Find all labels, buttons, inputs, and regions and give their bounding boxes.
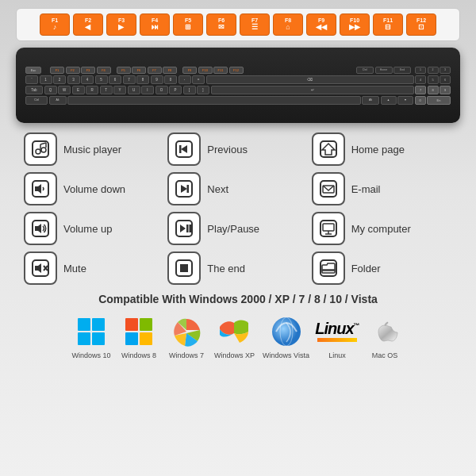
svg-marker-7 [181, 145, 187, 153]
os-winxp: Windows XP [214, 313, 255, 359]
fn-keys-row: F1♪ F2◀ F3▶ F4⏭ F5⊞ F6✉ F7☰ F8⌂ F9◀◀ F10… [16, 8, 460, 41]
compat-text: Compatible With Windows 2000 / XP / 7 / … [8, 293, 468, 305]
mycomputer-icon [312, 212, 345, 245]
feature-volume-up: Volume up [24, 212, 164, 245]
fn-key-f2[interactable]: F2◀ [73, 13, 103, 36]
music-player-icon [24, 132, 57, 166]
volume-up-icon [24, 212, 57, 245]
svg-rect-22 [186, 225, 189, 232]
os-win7: Windows 7 [167, 313, 206, 359]
win10-label: Windows 10 [72, 351, 111, 359]
keyboard-image: Esc F1 F2 F3 F4 F5 F6 F7 F8 F9 F10 F11 F… [16, 48, 460, 123]
os-win8: Windows 8 [119, 313, 159, 359]
previous-label: Previous [207, 144, 248, 155]
fn-key-f1[interactable]: F1♪ [40, 13, 70, 36]
theend-label: The end [207, 263, 245, 274]
volume-down-icon [24, 172, 57, 205]
feature-music-player: Music player [24, 132, 164, 166]
os-macos: Mac OS [365, 313, 405, 359]
feature-playpause: Play/Pause [167, 212, 308, 245]
fn-key-f3[interactable]: F3▶ [106, 13, 136, 36]
next-label: Next [207, 183, 228, 195]
feature-email: E-mail [312, 172, 452, 205]
linux-label: Linux [328, 351, 346, 359]
previous-icon [167, 132, 201, 166]
email-icon [312, 172, 345, 205]
svg-marker-12 [35, 184, 41, 194]
win10-logo [71, 313, 111, 349]
volume-down-label: Volume down [63, 183, 125, 195]
email-label: E-mail [351, 183, 381, 195]
fn-key-f4[interactable]: F4⏭ [140, 13, 170, 36]
main-container: F1♪ F2◀ F3▶ F4⏭ F5⊞ F6✉ F7☰ F8⌂ F9◀◀ F10… [0, 0, 476, 476]
svg-marker-14 [181, 185, 187, 193]
homepage-icon [312, 132, 345, 166]
winvista-logo [267, 313, 306, 349]
fn-key-f10[interactable]: F10▶▶ [340, 13, 370, 36]
features-grid: Music player Previous Home page [16, 132, 460, 285]
macos-label: Mac OS [372, 351, 398, 359]
os-winvista: Windows Vista [263, 313, 309, 359]
feature-folder: Folder [312, 251, 452, 285]
svg-marker-29 [35, 263, 41, 273]
mycomputer-label: My computer [351, 223, 411, 235]
feature-mute: Mute [24, 251, 164, 285]
svg-point-1 [36, 149, 40, 154]
win7-logo [167, 313, 206, 349]
win7-label: Windows 7 [169, 351, 204, 359]
svg-point-2 [41, 148, 46, 152]
svg-marker-21 [180, 225, 186, 232]
os-linux: Linux™ Linux [317, 313, 357, 359]
fn-key-f6[interactable]: F6✉ [206, 13, 236, 36]
feature-theend: The end [167, 251, 308, 285]
next-icon [167, 172, 201, 205]
mute-label: Mute [63, 263, 86, 274]
win8-label: Windows 8 [121, 351, 156, 359]
winxp-logo [215, 313, 255, 349]
feature-mycomputer: My computer [312, 212, 452, 245]
feature-homepage: Home page [312, 132, 452, 166]
feature-volume-down: Volume down [24, 172, 164, 205]
svg-rect-25 [323, 224, 334, 231]
fn-key-f11[interactable]: F11⊟ [373, 13, 403, 36]
macos-logo [365, 313, 405, 349]
theend-icon [167, 251, 201, 285]
svg-line-4 [40, 143, 46, 144]
svg-rect-35 [322, 270, 335, 273]
volume-up-label: Volume up [63, 223, 112, 235]
playpause-icon [167, 212, 201, 245]
fn-key-f5[interactable]: F5⊞ [173, 13, 203, 36]
linux-logo: Linux™ [317, 313, 357, 349]
svg-rect-15 [187, 185, 190, 193]
mute-icon [24, 251, 57, 285]
fn-key-f8[interactable]: F8⌂ [273, 13, 303, 36]
svg-rect-33 [180, 264, 188, 272]
svg-rect-34 [321, 260, 336, 276]
svg-rect-8 [179, 145, 182, 153]
fn-key-f7[interactable]: F7☰ [240, 13, 270, 36]
svg-rect-23 [190, 225, 192, 232]
winvista-label: Windows Vista [263, 351, 309, 359]
homepage-label: Home page [351, 144, 405, 155]
folder-icon [312, 251, 345, 285]
svg-marker-19 [35, 224, 41, 233]
fn-key-f12[interactable]: F12⊡ [406, 13, 436, 36]
winxp-label: Windows XP [214, 351, 255, 359]
feature-previous: Previous [167, 132, 308, 166]
feature-next: Next [167, 172, 308, 205]
playpause-label: Play/Pause [207, 223, 259, 235]
win8-logo [119, 313, 159, 349]
svg-marker-10 [322, 144, 335, 155]
os-win10: Windows 10 [71, 313, 111, 359]
os-logos-row: Windows 10 Windows 8 [8, 313, 468, 359]
fn-key-f9[interactable]: F9◀◀ [306, 13, 336, 36]
music-player-label: Music player [63, 144, 121, 155]
folder-label: Folder [351, 263, 381, 274]
